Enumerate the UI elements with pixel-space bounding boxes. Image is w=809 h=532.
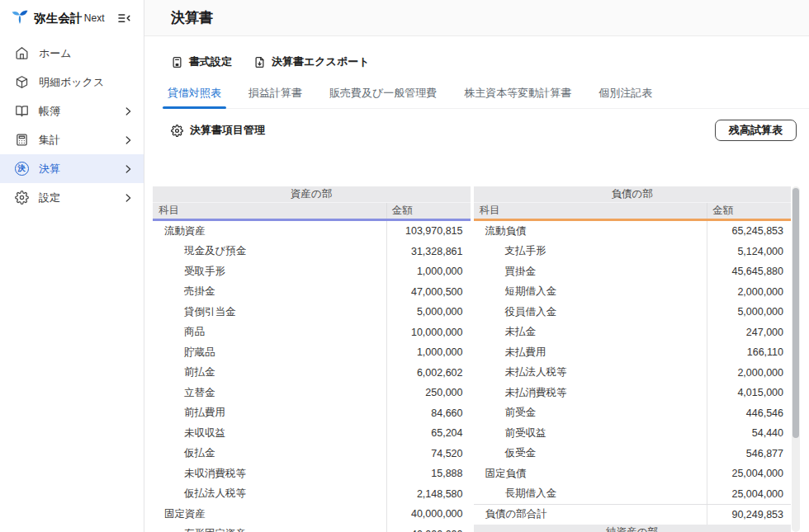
- liabilities-rows: 流動負債65,245,853支払手形5,124,000買掛金45,645,880…: [474, 221, 792, 504]
- table-row: 未払消費税等4,015,000: [474, 383, 792, 403]
- account-amount: 74,520: [386, 444, 471, 464]
- sidebar-item-books[interactable]: 帳簿: [0, 97, 144, 125]
- assets-rows: 流動資産103,970,815現金及び預金31,328,861受取手形1,000…: [153, 221, 471, 532]
- assets-table: 資産の部 科目 金額 流動資産103,970,815現金及び預金31,328,8…: [153, 186, 471, 532]
- table-row: 固定負債25,004,000: [474, 464, 792, 484]
- account-amount: 4,015,000: [707, 383, 791, 403]
- account-amount: 47,000,500: [386, 282, 471, 303]
- account-amount: 31,328,861: [386, 242, 471, 262]
- item-management-button[interactable]: 決算書項目管理: [171, 123, 265, 138]
- account-name: 未収消費税等: [153, 467, 386, 481]
- page-header: 決算書: [144, 0, 809, 36]
- account-amount: 546,877: [707, 444, 791, 464]
- account-amount: 2,148,580: [386, 484, 471, 505]
- calculator-icon: [14, 133, 29, 148]
- kessan-badge-icon: 決: [14, 162, 29, 177]
- account-name: 前受収益: [474, 426, 707, 440]
- table-row: 支払手形5,124,000: [474, 242, 792, 262]
- tab-balance-sheet[interactable]: 貸借対照表: [165, 84, 224, 108]
- scrollbar-thumb[interactable]: [792, 188, 799, 438]
- table-row: 流動資産103,970,815: [153, 221, 471, 242]
- gear-icon: [14, 191, 29, 205]
- account-name: 未収収益: [153, 426, 386, 440]
- sidebar-item-label: 設定: [39, 191, 60, 205]
- account-amount: 15,888: [386, 464, 471, 484]
- table-row: 貯蔵品1,000,000: [153, 342, 471, 363]
- account-amount: 2,000,000: [707, 363, 791, 384]
- main-area: 決算書 書式設定: [144, 0, 809, 532]
- account-name: 未払費用: [474, 346, 707, 360]
- account-amount: 40,000,000: [386, 525, 471, 532]
- account-amount: 6,002,602: [386, 363, 471, 384]
- net-assets-section-title: 純資産の部: [474, 525, 792, 532]
- liabilities-table: 負債の部 科目 金額 流動負債65,245,853支払手形5,124,000買掛…: [474, 186, 792, 532]
- table-row: 有形固定資産40,000,000: [153, 525, 471, 532]
- balance-sheet-area: 資産の部 科目 金額 流動資産103,970,815現金及び預金31,328,8…: [153, 186, 800, 532]
- table-row: 売掛金47,000,500: [153, 282, 471, 303]
- vertical-scrollbar[interactable]: [792, 186, 800, 532]
- account-amount: 5,000,000: [386, 302, 471, 322]
- format-settings-button[interactable]: 書式設定: [171, 54, 232, 69]
- table-row: 買掛金45,645,880: [474, 261, 792, 282]
- table-row: 長期借入金25,004,000: [474, 484, 792, 505]
- export-button[interactable]: 決算書エクスポート: [253, 54, 370, 69]
- account-amount: 1,000,000: [386, 261, 471, 282]
- sidebar-item-settings[interactable]: 設定: [0, 183, 144, 212]
- app-window: 弥生会計 Next ホーム: [0, 0, 809, 532]
- brand-name: 弥生会計: [34, 11, 83, 26]
- sidebar-item-aggregation[interactable]: 集計: [0, 125, 144, 154]
- table-row: 現金及び預金31,328,861: [153, 242, 471, 262]
- account-name: 固定負債: [474, 467, 707, 481]
- account-name: 貯蔵品: [153, 346, 386, 360]
- account-amount: 90,249,853: [707, 505, 791, 525]
- sidebar-item-detail-box[interactable]: 明細ボックス: [0, 68, 144, 97]
- account-amount: 1,000,000: [386, 342, 471, 363]
- account-name: 負債の部合計: [474, 507, 707, 521]
- assets-column-header: 科目 金額: [153, 203, 471, 221]
- sidebar-nav: ホーム 明細ボックス: [0, 36, 144, 212]
- account-amount: 25,004,000: [707, 464, 791, 484]
- tab-sga[interactable]: 販売費及び一般管理費: [327, 84, 439, 108]
- tab-notes[interactable]: 個別注記表: [596, 84, 655, 108]
- account-name: 現金及び預金: [153, 244, 386, 258]
- account-name: 流動資産: [153, 224, 386, 238]
- table-row: 貸倒引当金5,000,000: [153, 302, 471, 322]
- table-row: 役員借入金5,000,000: [474, 302, 792, 322]
- account-name: 仮払金: [153, 446, 386, 460]
- table-row: 仮払法人税等2,148,580: [153, 484, 471, 505]
- column-header-amount: 金額: [707, 203, 791, 219]
- sidebar-item-settlement[interactable]: 決 決算: [0, 154, 144, 183]
- account-amount: 103,970,815: [386, 221, 471, 242]
- chevron-right-icon: [122, 106, 134, 117]
- account-amount: 65,245,853: [707, 221, 791, 242]
- account-name: 仮払法人税等: [153, 487, 386, 501]
- account-name: 長期借入金: [474, 487, 707, 501]
- account-name: 流動負債: [474, 224, 707, 238]
- home-icon: [14, 46, 29, 61]
- account-name: 固定資産: [153, 507, 386, 521]
- liabilities-column-header: 科目 金額: [474, 203, 792, 221]
- gear-icon: [171, 125, 183, 137]
- export-file-icon: [253, 56, 266, 68]
- tab-income-statement[interactable]: 損益計算書: [246, 84, 305, 108]
- trial-balance-button[interactable]: 残高試算表: [715, 120, 797, 141]
- column-header-account: 科目: [474, 203, 707, 219]
- page-title: 決算書: [171, 8, 213, 27]
- chevron-right-icon: [122, 134, 134, 146]
- tab-equity-changes[interactable]: 株主資本等変動計算書: [461, 84, 574, 108]
- account-amount: 54,440: [707, 423, 791, 444]
- account-amount: 40,000,000: [386, 504, 471, 525]
- format-settings-label: 書式設定: [189, 54, 232, 69]
- account-amount: 10,000,000: [386, 322, 471, 343]
- account-name: 立替金: [153, 386, 386, 400]
- account-amount: 5,000,000: [707, 302, 791, 322]
- account-amount: 166,110: [707, 342, 791, 363]
- sidebar-item-home[interactable]: ホーム: [0, 39, 144, 68]
- table-row: 未収収益65,204: [153, 423, 471, 444]
- account-name: 貸倒引当金: [153, 305, 386, 319]
- sidebar-collapse-icon[interactable]: [116, 10, 132, 26]
- account-amount: 247,000: [707, 322, 791, 343]
- account-amount: 45,645,880: [707, 261, 791, 282]
- sidebar-item-label: 決算: [39, 162, 60, 177]
- table-row: 前払金6,002,602: [153, 363, 471, 384]
